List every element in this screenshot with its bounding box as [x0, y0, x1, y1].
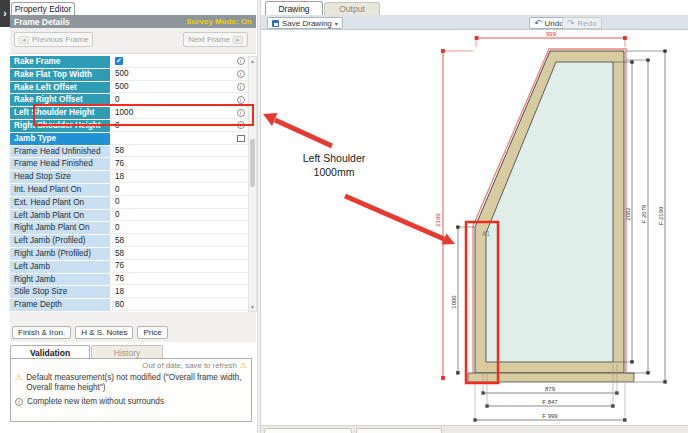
property-value[interactable]: 0 — [111, 210, 233, 222]
tab-drawing[interactable]: Drawing — [265, 1, 323, 15]
property-label: Jamb Type — [10, 133, 111, 145]
warning-icon: ⚠ — [240, 361, 247, 370]
frame-nav-bar: ◄ Previous Frame Next Frame ► — [10, 28, 256, 54]
frame-glass[interactable] — [486, 62, 613, 362]
frame-details-header: Frame Details Survey Mode: On — [10, 15, 256, 28]
property-value[interactable]: 58 — [111, 248, 233, 260]
previous-frame-button[interactable]: ◄ Previous Frame — [14, 32, 93, 47]
property-value[interactable]: 18 — [111, 286, 233, 298]
property-value[interactable]: 500 — [111, 69, 233, 81]
scrollbar-thumb[interactable] — [250, 139, 255, 187]
property-row-rake-left-offset[interactable]: Rake Left Offset500i — [10, 82, 248, 95]
property-row-ext-head-plant-on[interactable]: Ext. Head Plant On0 — [10, 197, 248, 210]
property-value[interactable]: 0 — [111, 222, 233, 234]
property-value[interactable]: 0 — [111, 184, 233, 196]
checkbox-checked-icon[interactable]: ✓ — [115, 57, 123, 65]
property-row-frame-head-finished[interactable]: Frame Head Finished76 — [10, 158, 248, 171]
save-icon — [272, 20, 279, 27]
warning-icon: ⚠ — [15, 373, 22, 394]
panel-collapse-handle[interactable]: › — [0, 0, 10, 27]
property-icon-cell: i — [233, 69, 248, 81]
property-label: Rake Frame — [10, 56, 111, 68]
frame-details-title: Frame Details — [14, 17, 70, 27]
bottom-panel-button[interactable] — [264, 428, 352, 433]
property-label: Ext. Head Plant On — [10, 197, 111, 209]
dim-right-outer: F 2199 — [658, 206, 664, 225]
validation-status: Out of date, save to refresh ⚠ — [11, 359, 251, 371]
validation-item: iComplete new item without surrounds — [11, 395, 251, 408]
validation-text: Complete new item without surrounds — [27, 397, 164, 407]
property-icon-cell — [233, 210, 248, 222]
picker-icon[interactable] — [237, 135, 245, 142]
property-row-left-jamb-profiled[interactable]: Left Jamb (Profiled)58 — [10, 235, 248, 248]
tab-output[interactable]: Output — [324, 2, 380, 15]
property-value[interactable]: ✓ — [111, 56, 233, 68]
next-frame-button[interactable]: Next Frame ► — [183, 32, 248, 47]
info-icon[interactable]: i — [237, 83, 245, 91]
dim-overall-width: 999 — [546, 31, 557, 37]
chevron-down-icon: ▾ — [335, 20, 338, 27]
annotation-line2: 1000mm — [314, 166, 355, 178]
property-icon-cell: i — [233, 56, 248, 68]
property-row-right-jamb[interactable]: Right Jamb76 — [10, 274, 248, 287]
property-grid-scrollbar[interactable]: ▲ ▼ — [248, 56, 257, 312]
property-icon-cell — [233, 197, 248, 209]
property-value[interactable]: 76 — [111, 261, 233, 273]
property-value[interactable]: 76 — [111, 158, 233, 170]
property-row-int-head-plant-on[interactable]: Int. Head Plant On0 — [10, 184, 248, 197]
property-row-rake-frame[interactable]: Rake Frame✓i — [10, 56, 248, 69]
property-value[interactable]: 18 — [111, 171, 233, 183]
property-icon-cell — [233, 184, 248, 196]
info-icon[interactable]: i — [237, 57, 245, 65]
property-icon-cell — [233, 133, 248, 145]
tab-history[interactable]: History — [91, 345, 163, 359]
validation-item: ⚠Default measurement(s) not modified ("O… — [11, 371, 251, 395]
property-row-left-jamb-plant-on[interactable]: Left Jamb Plant On0 — [10, 210, 248, 223]
tab-property-editor[interactable]: Property Editor — [11, 2, 75, 15]
property-row-frame-head-unfinished[interactable]: Frame Head Unfinished58 — [10, 146, 248, 159]
property-value[interactable]: 500 — [111, 82, 233, 94]
property-value[interactable]: 80 — [111, 299, 233, 311]
property-row-frame-depth[interactable]: Frame Depth80 — [10, 299, 248, 312]
property-label: Head Stop Size — [10, 171, 111, 183]
property-label: Rake Left Offset — [10, 82, 111, 94]
property-value[interactable]: 58 — [111, 146, 233, 158]
arrow-left-icon: ◄ — [19, 36, 29, 44]
dim-bottom-mid: F 847 — [542, 399, 558, 405]
info-icon[interactable]: i — [237, 70, 245, 78]
property-row-jamb-type[interactable]: Jamb Type — [10, 133, 248, 146]
scroll-down-icon[interactable]: ▼ — [249, 304, 256, 310]
save-drawing-button[interactable]: Save Drawing ▾ — [267, 17, 343, 29]
property-icon-cell — [233, 274, 248, 286]
property-value[interactable] — [111, 133, 233, 145]
property-row-stile-stop-size[interactable]: Stile Stop Size18 — [10, 286, 248, 299]
property-label: Left Jamb (Profiled) — [10, 235, 111, 247]
frame-drawing: 999 2199 — [261, 30, 688, 425]
undo-icon: ↶ — [534, 18, 542, 28]
info-icon[interactable]: i — [237, 96, 245, 104]
property-row-right-jamb-profiled[interactable]: Right Jamb (Profiled)58 — [10, 248, 248, 261]
scroll-up-icon[interactable]: ▲ — [249, 58, 256, 64]
property-grid: Rake Frame✓iRake Flat Top Width500iRake … — [10, 56, 248, 312]
property-value[interactable]: 0 — [111, 197, 233, 209]
finish-iron-button[interactable]: Finish & Iron. — [12, 326, 71, 339]
price-button[interactable]: Price — [137, 326, 167, 339]
redo-button[interactable]: ↷ Redo — [562, 17, 602, 29]
property-value[interactable]: 76 — [111, 274, 233, 286]
dim-bottom-inner: 879 — [545, 386, 556, 392]
property-icon-cell — [233, 158, 248, 170]
action-button-bar: Finish & Iron.H & S. NotesPrice — [12, 326, 168, 339]
property-row-rake-flat-top-width[interactable]: Rake Flat Top Width500i — [10, 69, 248, 82]
property-row-head-stop-size[interactable]: Head Stop Size18 — [10, 171, 248, 184]
frame-sill[interactable] — [468, 373, 634, 382]
property-icon-cell — [233, 261, 248, 273]
property-row-left-jamb[interactable]: Left Jamb76 — [10, 261, 248, 274]
arrow-right-icon: ► — [233, 36, 243, 44]
bottom-panel-button[interactable] — [356, 428, 442, 433]
property-row-right-jamb-plant-on[interactable]: Right Jamb Plant On0 — [10, 222, 248, 235]
h-s-notes-button[interactable]: H & S. Notes — [75, 326, 133, 339]
drawing-canvas[interactable]: 999 2199 — [261, 30, 688, 425]
property-value[interactable]: 58 — [111, 235, 233, 247]
tab-validation[interactable]: Validation — [10, 345, 90, 359]
property-icon-cell — [233, 235, 248, 247]
